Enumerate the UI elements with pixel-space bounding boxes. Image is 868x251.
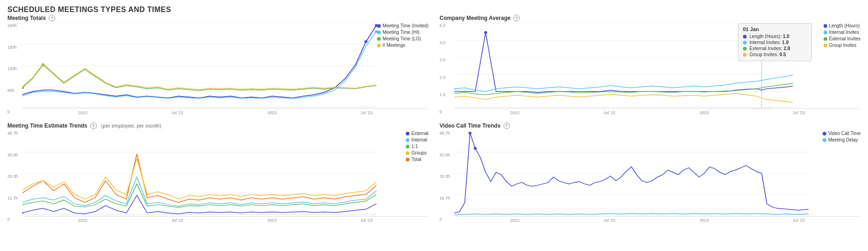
company-avg-y-axis: 5.04.03.02.01.00 (440, 23, 446, 115)
charts-grid: Meeting Totals ? 240h180h120h60h0 Meetin… (7, 15, 861, 223)
company-meeting-avg-panel: Company Meeting Average ? 5.04.03.02.01.… (440, 15, 861, 115)
video-call-time-help-icon[interactable]: ? (503, 122, 510, 129)
internal-invites-label: Internal Invites (829, 30, 859, 35)
meeting-time-estimate-subtitle: (per employee, per month) (101, 123, 162, 129)
estimate-x-axis: 2022Jul '222023Jul '23 (22, 218, 428, 223)
meeting-totals-title: Meeting Totals (7, 15, 46, 21)
video-call-time-panel: Video Call Time Trends ? 66.7h50.0h33.3h… (440, 122, 861, 223)
meeting-totals-x-axis: 2022Jul '222023Jul '23 (22, 110, 428, 115)
video-call-time-title: Video Call Time Trends (440, 122, 501, 129)
svg-point-20 (454, 88, 455, 90)
svg-point-19 (484, 31, 487, 34)
meeting-totals-help-icon[interactable]: ? (49, 15, 55, 21)
company-meeting-avg-help-icon[interactable]: ? (513, 15, 520, 21)
meeting-totals-panel: Meeting Totals ? 240h180h120h60h0 Meetin… (7, 15, 428, 115)
company-avg-svg: 01 Jan (454, 23, 861, 109)
video-call-time-chart: Video Call Time Meeting Delay (454, 131, 861, 217)
estimate-svg (22, 131, 428, 216)
estimate-legend: External Internal 1:1 Groups Total (406, 131, 428, 162)
svg-point-26 (22, 212, 23, 214)
meeting-totals-svg (22, 23, 428, 109)
meeting-totals-chart: Meeting Time (Invited) Meeting Time (HI)… (22, 23, 428, 109)
svg-point-32 (468, 132, 472, 135)
meeting-totals-legend: Meeting Time (Invited) Meeting Time (HI)… (377, 23, 428, 48)
estimate-y-axis: 46.7h35.0h23.3h11.7h0 (7, 131, 18, 223)
svg-point-33 (474, 147, 477, 150)
video-call-svg (454, 131, 861, 216)
meeting-time-estimate-chart: External Internal 1:1 Groups Total (22, 131, 428, 217)
page-title: SCHEDULED MEETINGS TYPES AND TIMES (7, 6, 861, 14)
video-call-x-axis: 2022Jul '222023Jul '23 (454, 218, 861, 223)
video-call-time-header: Video Call Time Trends ? (440, 122, 861, 129)
video-call-legend: Video Call Time Meeting Delay (823, 131, 861, 142)
meeting-time-estimate-panel: Meeting Time Estimate Trends ? (per empl… (7, 122, 428, 223)
company-avg-x-axis: 2022Jul '222023Jul '23 (454, 110, 861, 115)
meeting-totals-header: Meeting Totals ? (7, 15, 428, 21)
video-call-y-axis: 66.7h50.0h33.3h16.7h0 (440, 131, 450, 223)
company-meeting-avg-header: Company Meeting Average ? (440, 15, 861, 21)
meeting-time-estimate-header: Meeting Time Estimate Trends ? (per empl… (7, 122, 428, 129)
company-meeting-avg-chart: Length (Hours) Internal Invites External… (454, 23, 861, 109)
page-container: SCHEDULED MEETINGS TYPES AND TIMES Meeti… (0, 0, 868, 251)
company-avg-legend: Length (Hours) Internal Invites External… (824, 23, 861, 48)
meeting-time-estimate-help-icon[interactable]: ? (90, 122, 97, 129)
company-meeting-avg-title: Company Meeting Average (440, 15, 510, 21)
svg-point-6 (365, 40, 368, 43)
meeting-time-estimate-title: Meeting Time Estimate Trends (7, 122, 88, 129)
meeting-totals-y-axis: 240h180h120h60h0 (7, 23, 17, 115)
